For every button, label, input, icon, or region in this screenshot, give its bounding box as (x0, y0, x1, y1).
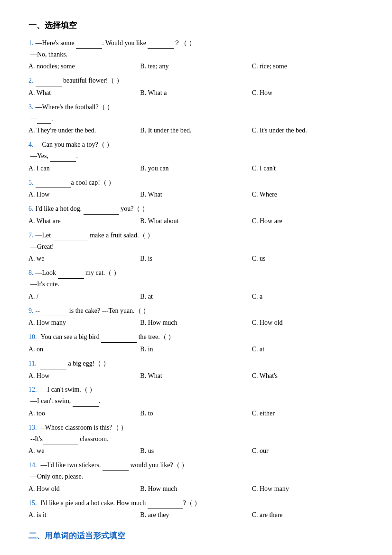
q8-optC: C. a (252, 291, 364, 302)
q1-line1: —Here's some . Would you like ？（ ） (36, 38, 196, 49)
q14-optB: B. How much (140, 483, 252, 495)
question-12: 12. —I can't swim.（ ） —I can't swim, . A… (28, 384, 364, 419)
q8-optB: B. at (140, 291, 252, 302)
q10-options: A. on B. in C. at (28, 344, 364, 355)
question-10: 10. You can see a big bird the tree.（ ） … (28, 331, 364, 355)
q7-optA: A. we (28, 253, 140, 264)
q7-optC: C. us (252, 253, 364, 264)
q14-options: A. How old B. How much C. How many (28, 483, 364, 495)
q10-line1: You can see a big bird the tree.（ ） (41, 331, 175, 343)
q2-num: 2. (28, 75, 34, 86)
question-15: 15. I'd like a pie and a hot cake. How m… (28, 498, 364, 521)
question-4: 4. —Can you make a toy?（ ） —Yes, . A. I … (28, 139, 364, 174)
q7-options: A. we B. is C. us (28, 253, 364, 264)
question-5: 5. a cool cap!（ ） A. How B. What C. Wher… (28, 177, 364, 201)
q15-optB: B. are they (140, 509, 252, 521)
q15-line1: I'd like a pie and a hot cake. How much … (41, 498, 201, 509)
q9-optA: A. How many (28, 317, 140, 329)
q8-line2: —It's cute. (30, 279, 364, 290)
q4-optB: B. you can (140, 163, 252, 174)
question-14: 14. —I'd like two stickers. would you li… (28, 460, 364, 494)
q10-optC: C. at (252, 344, 364, 355)
q9-optC: C. How old (252, 317, 364, 329)
q5-optC: C. Where (252, 189, 364, 200)
q12-line1: —I can't swim.（ ） (41, 384, 96, 395)
q12-optA: A. too (28, 408, 140, 419)
q11-optC: C. What's (252, 370, 364, 382)
q4-options: A. I can B. you can C. I can't (28, 163, 364, 174)
q2-optC: C. How (252, 87, 364, 99)
q7-line2: —Great! (30, 241, 364, 253)
q5-optA: A. How (28, 189, 140, 200)
q13-num: 13. (28, 422, 37, 433)
q10-optA: A. on (28, 344, 140, 355)
q11-optB: B. What (140, 370, 252, 382)
q1-optC: C. rice; some (252, 61, 364, 72)
q11-num: 11. (28, 358, 37, 369)
q10-num: 10. (28, 331, 37, 343)
q8-optA: A. / (28, 291, 140, 302)
q5-options: A. How B. What C. Where (28, 189, 364, 200)
q11-line1: a big egg!（ ） (40, 358, 110, 369)
q13-options: A. we B. us C. our (28, 445, 364, 457)
q8-num: 8. (28, 267, 34, 279)
q14-num: 14. (28, 460, 37, 471)
question-1: 1. —Here's some . Would you like ？（ ） —N… (28, 38, 364, 72)
q6-options: A. What are B. What about C. How are (28, 216, 364, 227)
q4-line1: —Can you make a toy?（ ） (36, 139, 113, 151)
q2-options: A. What B. What a C. How (28, 87, 364, 99)
q9-optB: B. How much (140, 317, 252, 329)
question-2: 2. beautiful flower!（ ） A. What B. What … (28, 75, 364, 99)
q1-optB: B. tea; any (140, 61, 252, 72)
q9-line1: -- is the cake? ---Ten yuan.（ ） (36, 305, 150, 317)
q14-line1: —I'd like two stickers. would you like?（… (41, 460, 188, 471)
q13-line2: --It's classroom. (30, 433, 364, 445)
q10-optB: B. in (140, 344, 252, 355)
question-8: 8. —Look my cat.（ ） —It's cute. A. / B. … (28, 267, 364, 302)
section2-title: 二、用单词的适当形式填空 (28, 529, 364, 543)
question-3: 3. —Where's the football?（ ） —. A. They'… (28, 102, 364, 136)
q13-optB: B. us (140, 445, 252, 457)
q15-num: 15. (28, 498, 37, 509)
q3-optA: A. They're under the bed. (28, 125, 140, 136)
section1-title: 一、选择填空 (28, 19, 364, 33)
q15-optA: A. is it (28, 509, 140, 521)
q11-options: A. How B. What C. What's (28, 370, 364, 382)
q3-num: 3. (28, 102, 34, 113)
questions-container: 1. —Here's some . Would you like ？（ ） —N… (28, 38, 364, 521)
question-13: 13. --Whose classroom is this?（ ） --It's… (28, 422, 364, 457)
question-9: 9. -- is the cake? ---Ten yuan.（ ） A. Ho… (28, 305, 364, 329)
q12-optB: B. to (140, 408, 252, 419)
q6-num: 6. (28, 203, 34, 215)
q13-optC: C. our (252, 445, 364, 457)
q3-optC: C. It's under the bed. (252, 125, 364, 136)
q3-options: A. They're under the bed. B. It under th… (28, 125, 364, 136)
q12-line2: —I can't swim, . (30, 395, 364, 407)
q11-optA: A. How (28, 370, 140, 382)
question-11: 11. a big egg!（ ） A. How B. What C. What… (28, 358, 364, 382)
q14-optA: A. How old (28, 483, 140, 495)
q4-optC: C. I can't (252, 163, 364, 174)
q7-optB: B. is (140, 253, 252, 264)
q15-optC: C. are there (252, 509, 364, 521)
q9-num: 9. (28, 305, 34, 317)
q6-optC: C. How are (252, 216, 364, 227)
q3-optB: B. It under the bed. (140, 125, 252, 136)
q5-optB: B. What (140, 189, 252, 200)
q13-line1: --Whose classroom is this?（ ） (41, 422, 128, 433)
q4-num: 4. (28, 139, 34, 151)
q6-optA: A. What are (28, 216, 140, 227)
q6-line1: I'd like a hot dog. you?（ ） (36, 203, 149, 215)
q4-optA: A. I can (28, 163, 140, 174)
q2-line1: beautiful flower!（ ） (36, 75, 123, 86)
q5-line1: a cool cap!（ ） (36, 177, 115, 188)
q7-line1: —Let make a fruit salad.（ ） (36, 230, 154, 241)
q8-options: A. / B. at C. a (28, 291, 364, 302)
q3-line2: —. (30, 113, 364, 124)
q3-line1: —Where's the football?（ ） (36, 102, 114, 113)
q12-options: A. too B. to C. either (28, 408, 364, 419)
q1-line2: —No, thanks. (30, 49, 364, 60)
question-6: 6. I'd like a hot dog. you?（ ） A. What a… (28, 203, 364, 227)
q1-num: 1. (28, 38, 34, 49)
q6-optB: B. What about (140, 216, 252, 227)
